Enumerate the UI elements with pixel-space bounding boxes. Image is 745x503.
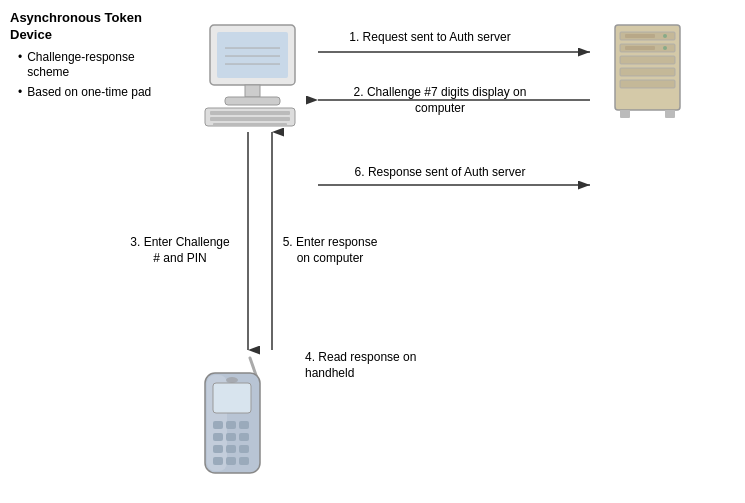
step-1-label: 1. Request sent to Auth server xyxy=(330,30,530,46)
svg-rect-32 xyxy=(226,433,236,441)
svg-rect-37 xyxy=(213,457,223,465)
svg-rect-39 xyxy=(239,457,249,465)
svg-rect-21 xyxy=(620,110,630,118)
step-2-label: 2. Challenge #7 digits display on comput… xyxy=(330,85,550,116)
svg-rect-36 xyxy=(239,445,249,453)
svg-rect-6 xyxy=(225,97,280,105)
info-list: Challenge-response scheme Based on one-t… xyxy=(10,50,165,101)
svg-rect-26 xyxy=(213,383,251,413)
svg-rect-29 xyxy=(226,421,236,429)
server-icon xyxy=(605,20,695,130)
svg-rect-8 xyxy=(210,111,290,115)
step-6-label: 6. Response sent of Auth server xyxy=(330,165,550,181)
svg-point-19 xyxy=(663,34,667,38)
svg-rect-18 xyxy=(625,46,655,50)
svg-rect-10 xyxy=(213,123,287,126)
bullet-2: Based on one-time pad xyxy=(18,85,165,101)
info-title: Asynchronous Token Device xyxy=(10,10,165,44)
svg-rect-34 xyxy=(213,445,223,453)
diagram-container: Asynchronous Token Device Challenge-resp… xyxy=(0,0,745,503)
svg-rect-9 xyxy=(210,117,290,121)
svg-rect-14 xyxy=(620,56,675,64)
svg-rect-30 xyxy=(239,421,249,429)
svg-rect-38 xyxy=(226,457,236,465)
svg-rect-22 xyxy=(665,110,675,118)
svg-rect-16 xyxy=(620,80,675,88)
step-5-label: 5. Enter response on computer xyxy=(280,235,380,266)
phone-icon xyxy=(195,353,275,473)
svg-rect-35 xyxy=(226,445,236,453)
svg-rect-33 xyxy=(239,433,249,441)
svg-rect-28 xyxy=(213,421,223,429)
svg-rect-1 xyxy=(217,32,288,78)
svg-rect-31 xyxy=(213,433,223,441)
svg-point-20 xyxy=(663,46,667,50)
computer-icon xyxy=(195,20,315,130)
svg-rect-17 xyxy=(625,34,655,38)
step-3-label: 3. Enter Challenge # and PIN xyxy=(130,235,230,266)
svg-rect-15 xyxy=(620,68,675,76)
bullet-1: Challenge-response scheme xyxy=(18,50,165,81)
info-box: Asynchronous Token Device Challenge-resp… xyxy=(10,10,165,105)
svg-point-27 xyxy=(226,377,238,383)
step-4-label: 4. Read response on handheld xyxy=(305,350,425,381)
svg-rect-5 xyxy=(245,85,260,97)
